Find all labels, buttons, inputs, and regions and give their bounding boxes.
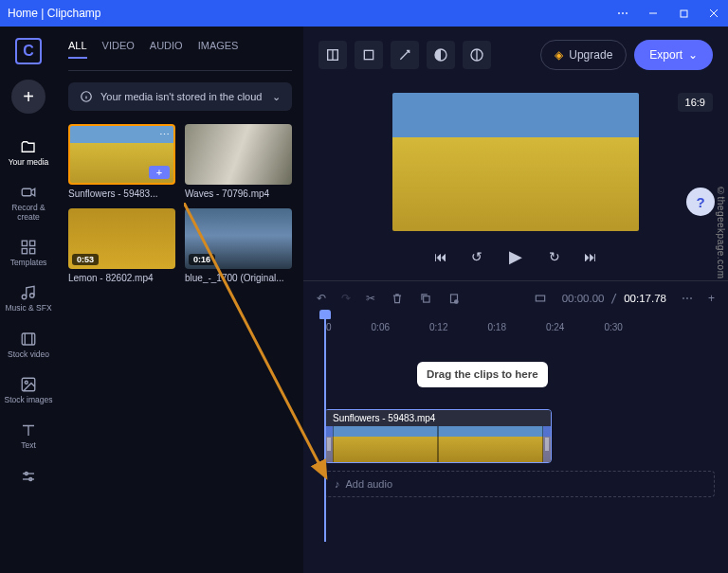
copy-button[interactable] <box>419 292 432 305</box>
workspace: ◈ Upgrade Export ⌄ 16:9 ⏮ ↺ ▶ ↻ ⏭ ? ↶ ↷ … <box>303 27 728 573</box>
timeline-tracks[interactable]: Drag the clips to here Sunflowers - 5948… <box>303 339 728 497</box>
clip-handle-left[interactable] <box>325 426 333 462</box>
svg-point-30 <box>455 299 459 303</box>
sidebar-label: Stock images <box>4 396 52 404</box>
clip-filename: Sunflowers - 59483.mp4 <box>325 410 551 426</box>
minimize-icon[interactable] <box>646 7 660 20</box>
ruler-tick: 0:12 <box>429 322 447 332</box>
window-title: Home | Clipchamp <box>8 7 616 20</box>
timeline-clip[interactable]: Sunflowers - 59483.mp4 <box>324 409 552 463</box>
timecode-display: 00:00.00 / 00:17.78 <box>562 292 666 305</box>
adjust-tool-button[interactable] <box>463 41 491 69</box>
ruler-tick: 0:30 <box>604 322 622 332</box>
sidebar-item-stock-images[interactable]: Stock images <box>2 370 55 410</box>
magic-tool-button[interactable] <box>391 41 419 69</box>
aspect-ratio-button[interactable]: 16:9 <box>678 93 713 112</box>
window-titlebar: Home | Clipchamp ⋯ <box>0 0 728 27</box>
skip-start-button[interactable]: ⏮ <box>431 247 450 266</box>
add-audio-track[interactable]: ♪ Add audio <box>324 471 715 497</box>
image-icon <box>20 376 37 393</box>
sidebar-item-music-sfx[interactable]: Music & SFX <box>2 278 55 318</box>
timeline-ruler[interactable]: 0 0:06 0:12 0:18 0:24 0:30 <box>303 314 728 339</box>
zoom-menu-button[interactable]: ⋯ <box>682 292 693 305</box>
skip-end-button[interactable]: ⏭ <box>581 247 600 266</box>
undo-button[interactable]: ↶ <box>317 292 326 305</box>
sidebar-item-more[interactable] <box>2 462 55 491</box>
left-sidebar: C + Your media Record & create Templates… <box>0 27 57 573</box>
media-duration: 0:16 <box>189 254 215 265</box>
app-logo: C <box>15 38 42 64</box>
svg-rect-11 <box>22 333 35 345</box>
add-media-button[interactable]: + <box>11 80 46 114</box>
sidebar-item-record-create[interactable]: Record & create <box>2 178 55 227</box>
media-item[interactable]: Waves - 70796.mp4 <box>185 124 292 199</box>
media-menu-icon[interactable]: ⋯ <box>159 129 170 141</box>
sidebar-item-stock-video[interactable]: Stock video <box>2 325 55 365</box>
tab-all[interactable]: ALL <box>68 40 87 59</box>
tab-images[interactable]: IMAGES <box>198 40 239 59</box>
sidebar-label: Your media <box>9 158 49 167</box>
paste-button[interactable] <box>447 292 461 305</box>
chevron-down-icon: ⌄ <box>688 48 698 62</box>
svg-rect-8 <box>30 249 35 254</box>
svg-rect-6 <box>30 241 35 245</box>
sidebar-item-your-media[interactable]: Your media <box>2 133 55 172</box>
playhead[interactable] <box>324 314 326 542</box>
add-audio-label: Add audio <box>346 478 393 490</box>
cloud-storage-notice[interactable]: Your media isn't stored in the cloud ⌄ <box>68 82 292 111</box>
svg-point-10 <box>30 294 35 298</box>
svg-rect-1 <box>681 10 687 17</box>
cloud-notice-text: Your media isn't stored in the cloud <box>100 91 262 102</box>
top-toolbar: ◈ Upgrade Export ⌄ <box>303 27 728 83</box>
tab-audio[interactable]: AUDIO <box>150 40 183 59</box>
media-item[interactable]: ⋯ + Sunflowers - 59483... <box>68 124 175 199</box>
cut-button[interactable]: ✂ <box>366 292 375 305</box>
media-filename: Sunflowers - 59483... <box>68 188 175 199</box>
svg-rect-5 <box>22 241 27 245</box>
sidebar-label: Stock video <box>8 350 49 359</box>
ruler-tick: 0:18 <box>488 322 506 332</box>
rewind-button[interactable]: ↺ <box>467 247 486 266</box>
media-item[interactable]: 0:53 Lemon - 82602.mp4 <box>68 208 175 283</box>
svg-rect-31 <box>536 295 544 301</box>
upgrade-label: Upgrade <box>569 48 612 62</box>
sidebar-item-text[interactable]: Text <box>2 416 55 456</box>
maximize-icon[interactable] <box>677 7 690 20</box>
contrast-tool-button[interactable] <box>427 41 455 69</box>
help-button[interactable]: ? <box>686 188 715 216</box>
forward-button[interactable]: ↻ <box>545 247 564 266</box>
delete-button[interactable] <box>391 292 404 305</box>
media-add-button[interactable]: + <box>149 166 170 179</box>
titlebar-more-icon[interactable]: ⋯ <box>616 7 629 20</box>
crop-tool-button[interactable] <box>355 41 383 69</box>
upgrade-button[interactable]: ◈ Upgrade <box>540 40 627 70</box>
media-filename: Waves - 70796.mp4 <box>185 188 292 199</box>
video-preview[interactable] <box>392 93 639 231</box>
play-button[interactable]: ▶ <box>503 244 528 269</box>
sidebar-item-templates[interactable]: Templates <box>2 233 55 273</box>
svg-rect-28 <box>424 295 429 301</box>
media-tabs: ALL VIDEO AUDIO IMAGES <box>68 34 292 71</box>
export-label: Export <box>649 48 682 62</box>
clip-handle-right[interactable] <box>543 426 551 462</box>
tab-video[interactable]: VIDEO <box>102 40 135 59</box>
sidebar-label: Text <box>21 441 36 450</box>
diamond-icon: ◈ <box>555 48 563 62</box>
sidebar-label: Music & SFX <box>5 304 51 313</box>
redo-button[interactable]: ↷ <box>341 292 351 305</box>
ruler-tick: 0:06 <box>372 322 390 332</box>
info-icon <box>80 90 93 103</box>
add-track-button[interactable]: + <box>708 292 715 305</box>
ruler-tick: 0 <box>326 322 332 332</box>
close-icon[interactable] <box>707 7 720 20</box>
ruler-tick: 0:24 <box>546 322 564 332</box>
preview-area: 16:9 ⏮ ↺ ▶ ↻ ⏭ <box>303 83 728 269</box>
export-button[interactable]: Export ⌄ <box>634 40 713 70</box>
zoom-fit-button[interactable] <box>534 292 547 305</box>
sliders-icon <box>20 468 37 485</box>
svg-point-15 <box>25 381 27 384</box>
music-icon <box>20 284 37 301</box>
layout-tool-button[interactable] <box>318 41 347 69</box>
media-item[interactable]: 0:16 blue_-_1700 (Original... <box>185 208 292 283</box>
media-panel: ALL VIDEO AUDIO IMAGES Your media isn't … <box>57 27 303 573</box>
